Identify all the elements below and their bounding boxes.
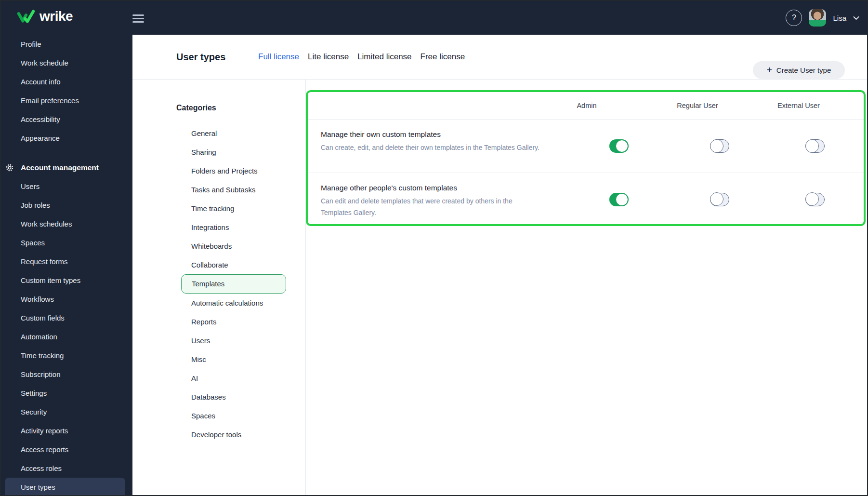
column-header-external-user: External User [777, 92, 820, 120]
sidebar-item-security[interactable]: Security [1, 402, 132, 421]
category-item-collaborate[interactable]: Collaborate [132, 255, 305, 274]
sidebar-item-activity-reports[interactable]: Activity reports [1, 421, 132, 440]
category-item-folders-and-projects[interactable]: Folders and Projects [132, 161, 305, 180]
toggle-knob [616, 193, 628, 206]
sidebar-item-profile[interactable]: Profile [1, 35, 132, 54]
permissions-table-header: AdminRegular UserExternal User [308, 92, 864, 120]
categories-panel: Categories GeneralSharingFolders and Pro… [132, 80, 306, 495]
sidebar-item-time-tracking[interactable]: Time tracking [1, 346, 132, 365]
avatar[interactable] [809, 9, 826, 27]
category-item-reports[interactable]: Reports [132, 312, 305, 331]
sidebar-item-users[interactable]: Users [1, 177, 132, 196]
sidebar-item-automation[interactable]: Automation [1, 327, 132, 346]
plus-icon: + [767, 65, 772, 74]
tab-limited-license[interactable]: Limited license [353, 49, 416, 65]
sidebar-item-settings[interactable]: Settings [1, 384, 132, 402]
sidebar-section-account-management: Account management [1, 158, 132, 177]
category-item-integrations[interactable]: Integrations [132, 218, 305, 237]
tab-free-license[interactable]: Free license [416, 49, 470, 65]
help-icon[interactable]: ? [786, 10, 802, 26]
sidebar-item-work-schedules[interactable]: Work schedules [1, 214, 132, 233]
gear-icon [5, 163, 14, 172]
category-item-misc[interactable]: Misc [132, 350, 305, 369]
sidebar-item-appearance[interactable]: Appearance [1, 129, 132, 147]
category-item-databases[interactable]: Databases [132, 388, 305, 406]
sidebar-item-job-roles[interactable]: Job roles [1, 196, 132, 214]
toggle-regular-user-manage-their-own-custom-templates[interactable] [710, 139, 729, 153]
sidebar-nav: ProfileWork scheduleAccount infoEmail pr… [1, 35, 132, 495]
toggle-knob [710, 192, 723, 206]
column-header-regular-user: Regular User [677, 92, 718, 120]
user-name[interactable]: Lisa [833, 14, 846, 22]
sidebar-item-accessibility[interactable]: Accessibility [1, 110, 132, 129]
permission-description: Can edit and delete templates that were … [321, 196, 540, 218]
category-item-general[interactable]: General [132, 124, 305, 143]
tab-lite-license[interactable]: Lite license [303, 49, 353, 65]
permission-title: Manage their own custom templates [321, 130, 864, 139]
chevron-down-icon[interactable] [853, 16, 859, 20]
sidebar-item-email-preferences[interactable]: Email preferences [1, 91, 132, 110]
sidebar-item-request-forms[interactable]: Request forms [1, 252, 132, 271]
category-item-tasks-and-subtasks[interactable]: Tasks and Subtasks [132, 180, 305, 199]
sidebar-item-subscription[interactable]: Subscription [1, 365, 132, 384]
category-item-users[interactable]: Users [132, 331, 305, 350]
toggle-regular-user-manage-other-people-s-custom-templates[interactable] [710, 193, 729, 206]
sidebar-section-label: Account management [21, 163, 99, 172]
category-item-ai[interactable]: AI [132, 369, 305, 388]
category-item-spaces[interactable]: Spaces [132, 406, 305, 425]
brand-text: wrike [39, 9, 73, 24]
create-user-type-button[interactable]: + Create User type [753, 61, 845, 79]
category-item-whiteboards[interactable]: Whiteboards [132, 237, 305, 255]
toggle-admin-manage-their-own-custom-templates[interactable] [609, 139, 629, 153]
toggle-external-user-manage-their-own-custom-templates[interactable] [805, 139, 825, 153]
sidebar-item-spaces[interactable]: Spaces [1, 233, 132, 252]
sidebar-item-user-types[interactable]: User types [5, 478, 125, 495]
category-item-time-tracking[interactable]: Time tracking [132, 199, 305, 218]
license-tabs: Full licenseLite licenseLimited licenseF… [254, 49, 469, 65]
content-header: User types Full licenseLite licenseLimit… [132, 35, 867, 80]
toggle-admin-manage-other-people-s-custom-templates[interactable] [609, 193, 629, 206]
sidebar-item-custom-item-types[interactable]: Custom item types [1, 271, 132, 290]
sidebar-item-workflows[interactable]: Workflows [1, 290, 132, 308]
categories-heading: Categories [176, 99, 305, 117]
category-item-templates[interactable]: Templates [181, 274, 286, 294]
sidebar-item-access-reports[interactable]: Access reports [1, 440, 132, 459]
toggle-knob [805, 192, 819, 206]
column-header-admin: Admin [577, 92, 596, 120]
sidebar-item-custom-fields[interactable]: Custom fields [1, 308, 132, 327]
create-user-type-label: Create User type [776, 66, 831, 74]
toggle-knob [616, 140, 628, 152]
top-bar: wrike ? Lisa [1, 1, 867, 35]
toggle-external-user-manage-other-people-s-custom-templates[interactable] [805, 193, 825, 206]
sidebar-item-work-schedule[interactable]: Work schedule [1, 54, 132, 72]
permission-title: Manage other people's custom templates [321, 183, 864, 193]
sidebar-item-account-info[interactable]: Account info [1, 72, 132, 91]
main-content: User types Full licenseLite licenseLimit… [132, 35, 867, 495]
page-title: User types [176, 52, 225, 63]
permissions-table: AdminRegular UserExternal User Manage th… [306, 90, 866, 226]
category-item-developer-tools[interactable]: Developer tools [132, 425, 305, 444]
toggle-knob [710, 139, 723, 153]
category-item-sharing[interactable]: Sharing [132, 143, 305, 161]
toggle-knob [805, 139, 819, 153]
permission-row-manage-their-own-custom-templates: Manage their own custom templatesCan cre… [308, 120, 864, 173]
wrike-check-icon [17, 9, 35, 24]
permission-row-manage-other-people-s-custom-templates: Manage other people's custom templatesCa… [308, 173, 864, 226]
hamburger-menu-icon[interactable] [132, 14, 144, 23]
permission-description: Can create, edit, and delete their own t… [321, 142, 540, 154]
wrike-logo[interactable]: wrike [17, 9, 73, 24]
tab-full-license[interactable]: Full license [254, 49, 303, 65]
category-item-automatic-calculations[interactable]: Automatic calculations [132, 294, 305, 312]
sidebar-item-access-roles[interactable]: Access roles [1, 459, 132, 478]
